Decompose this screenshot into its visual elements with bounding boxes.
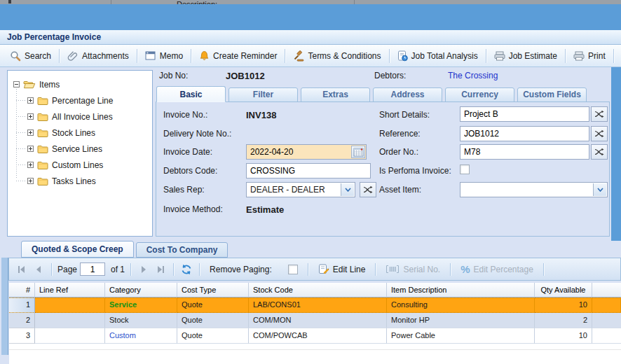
cell-cost-type: Quote xyxy=(177,298,249,313)
tab-cost-to-company[interactable]: Cost To Company xyxy=(136,242,228,258)
next-page-button[interactable] xyxy=(137,262,151,276)
attachments-button[interactable]: Attachments xyxy=(62,47,135,65)
paging-separator xyxy=(199,263,200,276)
grid-header-row: # Line Ref Category Cost Type Stock Code… xyxy=(9,283,621,298)
tree-item-custom-lines[interactable]: Custom Lines xyxy=(8,157,152,173)
tree-item-percentage-line[interactable]: Percentage Line xyxy=(8,92,152,108)
grid-row-1[interactable]: 1 Service Quote LAB/CONS01 Consulting 10 xyxy=(9,298,621,313)
tree-item-label: Percentage Line xyxy=(52,96,113,106)
sales-rep-select[interactable]: DEALER - DEALER xyxy=(246,182,355,197)
column-header-num[interactable]: # xyxy=(9,283,35,298)
column-header-line-ref[interactable]: Line Ref xyxy=(35,283,105,298)
chevron-down-icon[interactable] xyxy=(593,183,606,196)
folder-icon xyxy=(37,128,48,137)
chevron-down-icon[interactable] xyxy=(341,183,354,196)
cell-stock-code: COM/MON xyxy=(249,313,387,328)
items-tree-panel: Items Percentage Line All Invoice Lines … xyxy=(7,70,153,237)
cell-cost-type: Quote xyxy=(177,313,249,328)
tree-item-service-lines[interactable]: Service Lines xyxy=(8,141,152,157)
tab-currency[interactable]: Currency xyxy=(445,88,514,102)
remove-paging-control: Remove Paging: xyxy=(205,265,302,274)
invoice-method-label: Invoice Method: xyxy=(163,204,223,214)
refresh-button[interactable] xyxy=(179,262,193,276)
order-no-lookup-button[interactable] xyxy=(591,144,608,160)
expand-expander-icon[interactable] xyxy=(27,97,34,104)
tab-address[interactable]: Address xyxy=(373,88,442,102)
invoice-date-label: Invoice Date: xyxy=(163,147,212,157)
expand-expander-icon[interactable] xyxy=(27,178,34,184)
grid-row-3[interactable]: 3 Custom Quote COM/POWCAB Power Cable 10 xyxy=(9,328,621,344)
memo-icon xyxy=(145,51,156,61)
sales-rep-label: Sales Rep: xyxy=(163,185,205,195)
page-number-input[interactable] xyxy=(80,262,105,276)
expand-expander-icon[interactable] xyxy=(27,130,34,136)
expand-expander-icon[interactable] xyxy=(27,162,34,168)
short-details-input[interactable] xyxy=(460,106,589,122)
job-estimate-button[interactable]: Job Estimate xyxy=(489,47,563,65)
cell-line-ref xyxy=(35,328,105,344)
tree-item-label: Custom Lines xyxy=(52,160,103,170)
terms-conditions-label: Terms & Conditions xyxy=(308,51,381,61)
remove-paging-checkbox[interactable] xyxy=(288,265,298,274)
print-button[interactable]: Print xyxy=(568,47,611,65)
tab-basic[interactable]: Basic xyxy=(156,86,226,102)
column-header-category[interactable]: Category xyxy=(105,283,177,298)
terms-conditions-button[interactable]: Terms & Conditions xyxy=(287,47,386,65)
tab-custom-fields[interactable]: Custom Fields xyxy=(517,88,587,102)
short-details-lookup-button[interactable] xyxy=(591,106,608,122)
job-total-analysis-button[interactable]: Job Total Analysis xyxy=(392,47,484,65)
serial-no-button[interactable]: Serial No. xyxy=(381,265,444,274)
sales-rep-lookup-button[interactable] xyxy=(360,182,376,197)
tree-item-tasks-lines[interactable]: Tasks Lines xyxy=(8,173,152,189)
column-header-cost-type[interactable]: Cost Type xyxy=(177,283,249,298)
expand-expander-icon[interactable] xyxy=(27,113,34,120)
reference-label: Reference: xyxy=(379,129,421,139)
toolbar-separator xyxy=(565,49,566,63)
tree-item-stock-lines[interactable]: Stock Lines xyxy=(8,125,152,141)
previous-page-button[interactable] xyxy=(32,262,46,276)
reference-lookup-button[interactable] xyxy=(591,126,608,141)
search-button[interactable]: Search xyxy=(4,47,57,65)
items-tree: Items Percentage Line All Invoice Lines … xyxy=(8,71,152,189)
edit-percentage-button[interactable]: % Edit Percentage xyxy=(456,263,538,275)
tab-filter[interactable]: Filter xyxy=(228,88,298,102)
refresh-icon xyxy=(181,264,192,275)
memo-button[interactable]: Memo xyxy=(139,47,189,65)
cell-qty-available: 10 xyxy=(535,328,592,344)
debtors-code-label: Debtors Code: xyxy=(163,166,217,176)
is-perfoma-invoice-checkbox[interactable] xyxy=(460,164,470,174)
collapse-expander-icon[interactable] xyxy=(13,81,20,88)
column-header-item-description[interactable]: Item Description xyxy=(387,283,535,298)
debtors-code-input[interactable] xyxy=(246,163,371,178)
row-header[interactable]: 2 xyxy=(9,313,35,328)
bottom-tab-strip: Quoted & Scope Creep Cost To Company xyxy=(21,241,228,258)
reference-input[interactable] xyxy=(460,126,589,141)
create-reminder-button[interactable]: Create Reminder xyxy=(193,47,282,65)
asset-item-select[interactable] xyxy=(460,182,608,197)
first-page-button[interactable] xyxy=(15,262,29,276)
cell-item-description: Consulting xyxy=(387,298,535,313)
expand-expander-icon[interactable] xyxy=(27,146,34,152)
invoice-method-value: Estimate xyxy=(246,204,284,215)
column-header-stock-code[interactable]: Stock Code xyxy=(249,283,387,298)
collect-deliver-button[interactable]: Collect / Delive xyxy=(616,47,621,65)
debtors-link[interactable]: The Crossing xyxy=(448,71,498,80)
tab-quoted-scope-creep[interactable]: Quoted & Scope Creep xyxy=(21,241,134,258)
tab-extras[interactable]: Extras xyxy=(301,88,370,102)
grid-row-2[interactable]: 2 Stock Quote COM/MON Monitor HP 2 xyxy=(9,313,621,328)
tree-item-all-invoice-lines[interactable]: All Invoice Lines xyxy=(8,108,152,125)
invoice-date-input[interactable] xyxy=(246,144,367,160)
row-header[interactable]: 1 xyxy=(9,298,35,313)
edit-line-icon xyxy=(318,264,329,274)
tree-item-label: Service Lines xyxy=(52,144,102,154)
cell-category: Custom xyxy=(105,328,177,344)
edit-line-button[interactable]: Edit Line xyxy=(314,264,370,274)
serial-no-label: Serial No. xyxy=(403,265,440,274)
column-header-qty-available[interactable]: Qty Available xyxy=(535,283,592,298)
attachments-label: Attachments xyxy=(82,51,129,61)
page-of-label: of 1 xyxy=(111,265,125,274)
calendar-button[interactable] xyxy=(351,146,365,158)
order-no-input[interactable] xyxy=(460,144,589,160)
last-page-button[interactable] xyxy=(153,262,168,276)
row-header[interactable]: 3 xyxy=(9,328,35,344)
